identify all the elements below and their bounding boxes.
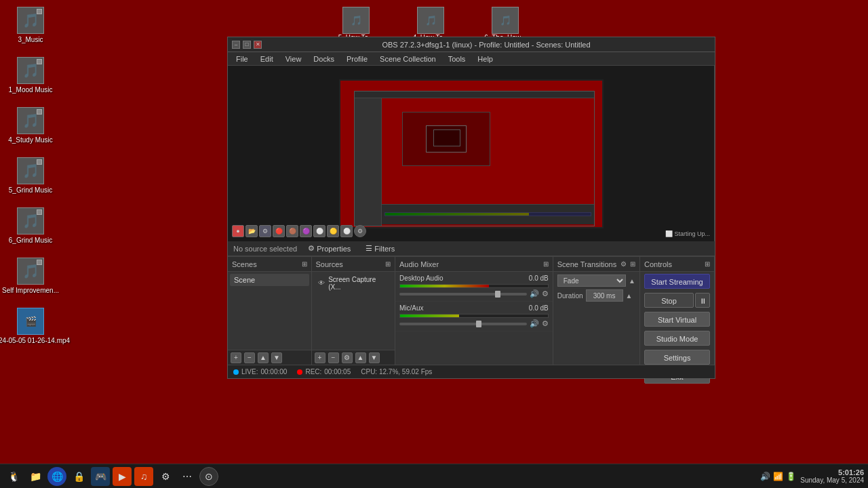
sources-settings-btn[interactable]: ⚙ xyxy=(342,352,353,363)
desktop-mute-icon[interactable]: 🔊 xyxy=(530,289,539,298)
toolbar-icon-3[interactable]: ⚙ xyxy=(259,225,271,237)
scenes-down-btn[interactable]: ▼ xyxy=(271,352,282,363)
eye-icon[interactable]: 👁 xyxy=(318,279,326,287)
tray-icon-2[interactable]: 📶 xyxy=(773,472,783,481)
start-virtual-camera-button[interactable]: Start Virtual Camera xyxy=(644,312,710,327)
toolbar-icon-8[interactable]: 🟡 xyxy=(327,225,339,237)
filter-icon: ☰ xyxy=(366,244,372,253)
toolbar-icon-4[interactable]: 🔴 xyxy=(273,225,285,237)
desktop-icon-3music[interactable]: 🎵 3_Music xyxy=(7,7,54,43)
scenes-up-btn[interactable]: ▲ xyxy=(258,352,269,363)
menu-tools[interactable]: Tools xyxy=(443,54,471,64)
taskbar-clock[interactable]: 5:01:26 Sunday, May 5, 2024 xyxy=(800,468,864,484)
desktop-icon-1mood[interactable]: 🎵 1_Mood Music xyxy=(7,57,54,94)
taskbar-settings[interactable]: ⚙ xyxy=(156,467,175,486)
clock-date: Sunday, May 5, 2024 xyxy=(800,476,864,484)
menu-help[interactable]: Help xyxy=(472,54,498,64)
toolbar-icon-9[interactable]: ⚪ xyxy=(340,225,353,237)
minimize-button[interactable]: – xyxy=(232,41,240,49)
sources-header-label: Sources xyxy=(316,260,343,268)
toolbar-icon-10[interactable]: ⚙ xyxy=(354,225,366,237)
icon-img: 🎵 xyxy=(417,7,444,34)
icon-label: 1_Mood Music xyxy=(8,86,52,94)
taskbar-media[interactable]: ▶ xyxy=(113,467,132,486)
taskbar-app-menu[interactable]: 🐧 xyxy=(4,467,23,486)
menu-edit[interactable]: Edit xyxy=(255,54,279,64)
taskbar-music[interactable]: ♫ xyxy=(134,467,153,486)
maximize-button[interactable]: □ xyxy=(243,41,251,49)
icon-label: 4_Study Music xyxy=(8,136,53,144)
toolbar-icon-2[interactable]: 📂 xyxy=(245,225,258,237)
studio-mode-button[interactable]: Studio Mode xyxy=(644,331,710,346)
taskbar-extra[interactable]: ⋯ xyxy=(178,467,197,486)
mic-settings-icon[interactable]: ⚙ xyxy=(542,319,549,328)
desktop-icon-mp4[interactable]: 🎬 2024-05-05 01-26-14.mp4 xyxy=(7,308,54,344)
duration-input[interactable] xyxy=(586,289,623,302)
stop-recording-button[interactable]: Stop Recording xyxy=(644,293,694,308)
sources-add-btn[interactable]: + xyxy=(315,352,326,363)
menu-profile[interactable]: Profile xyxy=(341,54,373,64)
scene-item[interactable]: Scene xyxy=(230,274,309,286)
properties-tab[interactable]: ⚙ Properties xyxy=(304,243,355,254)
scenes-remove-btn[interactable]: − xyxy=(244,352,255,363)
toolbar-icon-5[interactable]: 🟤 xyxy=(286,225,298,237)
menu-file[interactable]: File xyxy=(231,54,254,64)
icon-label: 3_Music xyxy=(18,36,43,43)
tray-icon-1[interactable]: 🔊 xyxy=(760,472,770,481)
nested-obs-bar xyxy=(355,92,594,98)
transitions-settings-icon[interactable]: ⚙ xyxy=(620,260,627,268)
transitions-header: Scene Transitions ⚙ ⊞ xyxy=(553,257,639,272)
toolbar-icon-7[interactable]: ⚪ xyxy=(313,225,326,237)
desktop-icon-5grind[interactable]: 🎵 5_Grind Music xyxy=(7,157,54,194)
preview-toolbar: ● 📂 ⚙ 🔴 🟤 🟣 ⚪ 🟡 ⚪ ⚙ xyxy=(232,225,366,237)
sources-up-btn[interactable]: ▲ xyxy=(355,352,366,363)
desktop-audio-header: Desktop Audio 0.0 dB xyxy=(399,274,549,282)
controls-expand-icon[interactable]: ⊞ xyxy=(705,260,710,268)
close-button[interactable]: ✕ xyxy=(254,41,262,49)
taskbar-obs[interactable]: ⊙ xyxy=(199,467,218,486)
source-item[interactable]: 👁 Screen Capture (X... xyxy=(314,274,393,293)
menu-view[interactable]: View xyxy=(280,54,307,64)
taskbar-browser[interactable]: 🌐 xyxy=(47,467,66,486)
desktop-vol-handle[interactable] xyxy=(495,291,500,298)
taskbar-lock[interactable]: 🔒 xyxy=(69,467,88,486)
menu-scene-collection[interactable]: Scene Collection xyxy=(374,54,441,64)
live-dot xyxy=(233,369,239,375)
desktop-icon-self[interactable]: 🎵 Self Improvemen... xyxy=(7,258,54,294)
start-streaming-button[interactable]: Start Streaming xyxy=(644,274,710,289)
taskbar-files[interactable]: 📁 xyxy=(26,467,45,486)
mic-aux-header: Mic/Aux 0.0 dB xyxy=(399,304,549,312)
audio-expand-icon[interactable]: ⊞ xyxy=(543,260,549,268)
transitions-expand-icon[interactable]: ⊞ xyxy=(630,260,635,268)
sources-down-btn[interactable]: ▼ xyxy=(369,352,380,363)
transition-type-select[interactable]: Fade xyxy=(557,274,626,287)
sources-expand-icon[interactable]: ⊞ xyxy=(385,260,391,268)
filters-tab[interactable]: ☰ Filters xyxy=(361,243,399,254)
menu-docks[interactable]: Docks xyxy=(308,54,340,64)
mic-mute-icon[interactable]: 🔊 xyxy=(530,319,539,328)
duration-up-icon[interactable]: ▲ xyxy=(626,292,633,300)
desktop-icon-4study[interactable]: 🎵 4_Study Music xyxy=(7,107,54,144)
mic-vol-slider[interactable] xyxy=(399,323,527,325)
nested-inner-preview xyxy=(402,112,490,166)
no-source-label: No source selected xyxy=(233,245,297,253)
mic-vol-handle[interactable] xyxy=(476,321,481,327)
icon-label: 2024-05-05 01-26-14.mp4 xyxy=(0,337,70,344)
icon-img: 🎵 xyxy=(17,107,44,134)
toolbar-icon-6[interactable]: 🟣 xyxy=(300,225,312,237)
desktop-icon-6grind[interactable]: 🎵 6_Grind Music xyxy=(7,207,54,244)
desktop-vol-slider[interactable] xyxy=(399,293,527,296)
settings-button[interactable]: Settings xyxy=(644,350,710,365)
sources-remove-btn[interactable]: − xyxy=(328,352,339,363)
taskbar-steam[interactable]: 🎮 xyxy=(91,467,110,486)
pause-recording-button[interactable]: ⏸ xyxy=(695,293,710,308)
desktop-settings-icon[interactable]: ⚙ xyxy=(542,289,549,298)
stop-recording-row: Stop Recording ⏸ xyxy=(644,293,710,308)
scenes-add-btn[interactable]: + xyxy=(231,352,241,363)
icon-img: 🎵 xyxy=(17,258,44,285)
audio-header: Audio Mixer ⊞ xyxy=(395,257,553,272)
toolbar-icon-1[interactable]: ● xyxy=(232,225,244,237)
tray-icon-3[interactable]: 🔋 xyxy=(786,472,796,481)
scenes-expand-icon[interactable]: ⊞ xyxy=(302,260,307,268)
transition-type-up-icon[interactable]: ▲ xyxy=(629,277,635,285)
